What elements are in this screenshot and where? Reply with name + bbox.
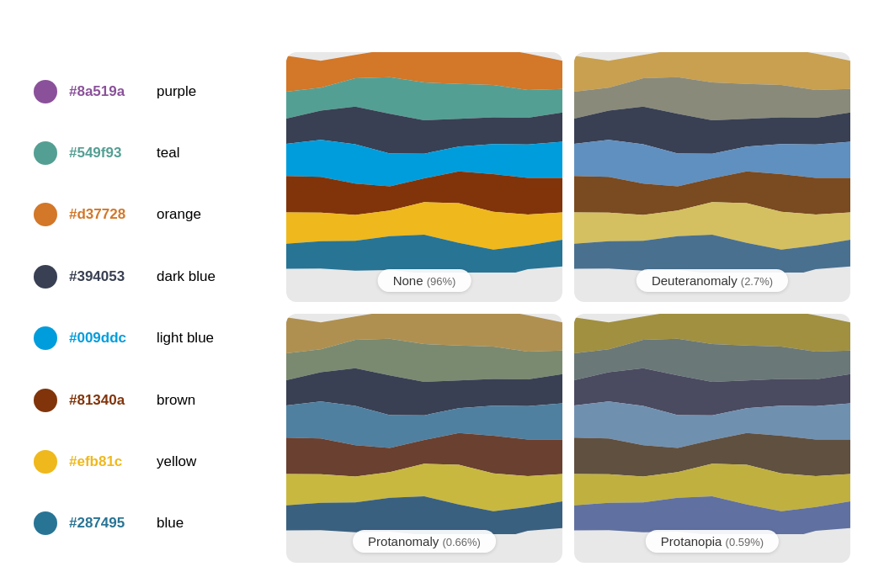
color-item: #549f93 teal [34, 138, 269, 168]
color-name: purple [157, 83, 196, 100]
page-container: #8a519a purple #549f93 teal #d37728 oran… [0, 0, 884, 588]
color-hex: #394053 [69, 268, 145, 285]
color-hex: #81340a [69, 392, 145, 409]
color-name: teal [157, 145, 179, 162]
color-name: light blue [157, 330, 214, 347]
color-dot [34, 511, 57, 535]
chart-protanomaly: Protanomaly (0.66%) [286, 314, 562, 564]
color-dot [34, 141, 57, 165]
color-dot [34, 389, 57, 412]
chart-deuteranomaly: Deuteranomaly (2.7%) [574, 52, 850, 302]
color-list: #8a519a purple #549f93 teal #d37728 oran… [34, 52, 269, 563]
color-item: #287495 blue [34, 508, 269, 538]
color-hex: #8a519a [69, 83, 145, 100]
color-hex: #549f93 [69, 145, 145, 162]
no-conflicts-box [844, 25, 850, 35]
chart-pct: (96%) [427, 275, 456, 288]
color-dot [34, 265, 57, 289]
chart-label-none: None (96%) [378, 269, 471, 292]
color-name: orange [157, 206, 201, 223]
color-name: blue [157, 515, 184, 532]
chart-pct: (2.7%) [741, 275, 773, 288]
color-name: dark blue [157, 268, 216, 285]
color-hex: #009ddc [69, 330, 145, 347]
chart-pct: (0.66%) [442, 536, 481, 548]
chart-label-deuteranomaly: Deuteranomaly (2.7%) [636, 269, 788, 292]
color-dot [34, 450, 57, 474]
color-item: #d37728 orange [34, 199, 269, 230]
chart-label-protanomaly: Protanomaly (0.66%) [353, 530, 496, 553]
color-item: #394053 dark blue [34, 262, 269, 292]
charts-grid: None (96%)Deuteranomaly (2.7%)Protanomal… [286, 52, 850, 563]
color-item: #efb81c yellow [34, 447, 269, 477]
color-item: #81340a brown [34, 385, 269, 416]
color-hex: #287495 [69, 515, 145, 532]
color-name: yellow [157, 453, 196, 470]
color-dot [34, 326, 57, 350]
color-dot [34, 203, 57, 226]
color-hex: #efb81c [69, 453, 145, 470]
color-item: #009ddc light blue [34, 323, 269, 353]
color-hex: #d37728 [69, 206, 145, 223]
chart-protanopia: Protanopia (0.59%) [574, 314, 850, 564]
color-dot [34, 80, 57, 103]
color-item: #8a519a purple [34, 77, 269, 107]
main-content: #8a519a purple #549f93 teal #d37728 oran… [34, 52, 850, 563]
color-name: brown [157, 392, 195, 409]
chart-label-protanopia: Protanopia (0.59%) [646, 530, 779, 553]
chart-pct: (0.59%) [726, 536, 764, 548]
header-row [34, 25, 850, 35]
chart-none: None (96%) [286, 52, 562, 302]
